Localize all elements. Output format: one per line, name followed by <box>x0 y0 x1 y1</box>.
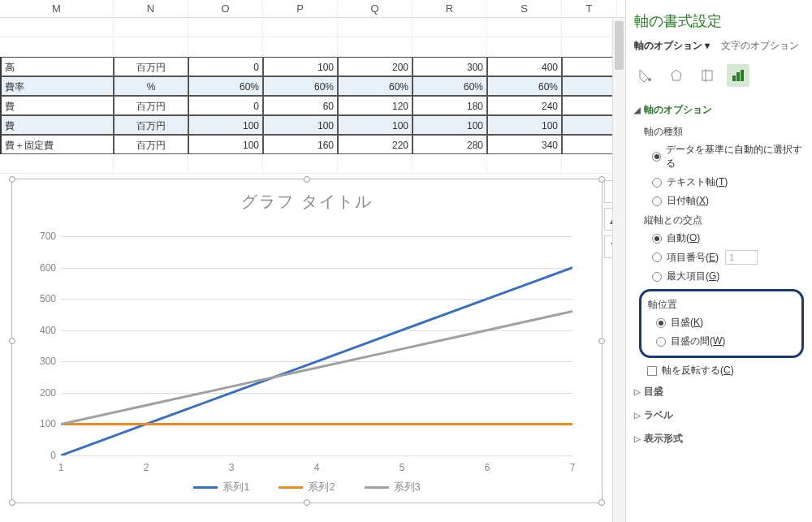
grid-cell[interactable] <box>114 154 188 174</box>
section-labels[interactable]: ▷ラベル <box>634 403 804 427</box>
column-header[interactable]: S <box>487 0 562 17</box>
grid-cell[interactable]: % <box>114 76 188 96</box>
grid-cell[interactable]: 280 <box>412 135 487 154</box>
radio-cross-max[interactable]: 最大項目(G) <box>634 267 804 286</box>
grid-cell[interactable] <box>0 18 114 37</box>
grid-cell[interactable]: 100 <box>188 115 263 135</box>
cross-item-input[interactable] <box>725 250 758 265</box>
radio-between-ticks[interactable]: 目盛の間(W) <box>645 332 798 351</box>
grid-cell[interactable] <box>562 76 617 96</box>
grid-cell[interactable] <box>562 18 617 37</box>
grid-cell[interactable]: 費 <box>0 115 114 135</box>
grid-cell[interactable] <box>412 37 487 57</box>
grid-cell[interactable]: 240 <box>487 96 562 115</box>
chart-handle[interactable] <box>9 176 15 183</box>
chart-handle[interactable] <box>304 499 310 506</box>
grid-cell[interactable] <box>0 154 114 174</box>
grid-cell[interactable]: 120 <box>338 96 412 115</box>
grid-cell[interactable]: 100 <box>338 115 412 135</box>
size-props-icon[interactable] <box>696 64 719 87</box>
grid-cell[interactable] <box>412 154 487 174</box>
chart-handle[interactable] <box>598 499 605 506</box>
grid-cell[interactable] <box>263 154 338 174</box>
grid-body[interactable]: 高百万円0100200300400費率%60%60%60%60%60%費百万円0… <box>0 18 625 174</box>
grid-cell[interactable]: 0 <box>188 57 263 76</box>
column-header[interactable]: R <box>412 0 487 17</box>
grid-cell[interactable] <box>562 96 617 115</box>
fill-line-icon[interactable] <box>634 64 657 87</box>
legend-item[interactable]: 系列2 <box>279 480 335 494</box>
legend-item[interactable]: 系列1 <box>193 480 249 494</box>
grid-cell[interactable] <box>188 154 263 174</box>
axis-options-icon[interactable] <box>727 64 749 87</box>
radio-cross-item[interactable]: 項目番号(E) <box>634 248 804 267</box>
tab-text-options[interactable]: 文字のオプション <box>721 39 799 53</box>
chart-container[interactable]: グラフ タイトル 01002003004005006007001234567 系… <box>11 179 603 503</box>
grid-cell[interactable]: 100 <box>263 115 338 135</box>
grid-cell[interactable] <box>188 37 263 57</box>
section-numfmt[interactable]: ▷表示形式 <box>634 427 804 451</box>
chart-legend[interactable]: 系列1系列2系列3 <box>12 480 602 494</box>
legend-item[interactable]: 系列3 <box>365 480 421 494</box>
grid-cell[interactable]: 60% <box>338 76 412 96</box>
section-axis-options[interactable]: ◢軸のオプション <box>634 98 804 122</box>
grid-cell[interactable] <box>412 18 487 37</box>
radio-auto-type[interactable]: データを基準に自動的に選択する <box>634 140 804 173</box>
grid-cell[interactable]: 100 <box>487 115 562 135</box>
grid-cell[interactable]: 220 <box>338 135 412 154</box>
chart-handle[interactable] <box>9 338 15 344</box>
check-reverse-axis[interactable]: 軸を反転する(C) <box>634 361 804 380</box>
grid-cell[interactable]: 百万円 <box>114 96 188 115</box>
grid-cell[interactable]: 160 <box>263 135 338 154</box>
column-header[interactable]: N <box>114 0 188 17</box>
grid-cell[interactable]: 340 <box>487 135 562 154</box>
grid-cell[interactable]: 高 <box>0 57 114 76</box>
grid-cell[interactable]: 60% <box>487 76 562 96</box>
grid-cell[interactable] <box>562 57 617 76</box>
chart-series-line[interactable] <box>61 268 572 455</box>
grid-cell[interactable]: 180 <box>412 96 487 115</box>
grid-cell[interactable]: 費 <box>0 96 114 115</box>
grid-cell[interactable]: 百万円 <box>114 115 188 135</box>
column-header[interactable]: P <box>263 0 338 17</box>
grid-cell[interactable]: 100 <box>412 115 487 135</box>
scrollbar-thumb[interactable] <box>615 21 624 70</box>
grid-cell[interactable]: 100 <box>263 57 338 76</box>
chart-title[interactable]: グラフ タイトル <box>12 179 602 218</box>
grid-cell[interactable] <box>562 115 617 135</box>
grid-cell[interactable] <box>0 37 114 57</box>
grid-cell[interactable] <box>338 154 412 174</box>
grid-cell[interactable] <box>114 37 188 57</box>
grid-cell[interactable] <box>562 154 617 174</box>
grid-cell[interactable]: 200 <box>338 57 412 76</box>
grid-cell[interactable]: 百万円 <box>114 57 188 76</box>
grid-cell[interactable]: 費＋固定費 <box>0 135 114 154</box>
radio-cross-auto[interactable]: 自動(O) <box>634 229 804 248</box>
grid-cell[interactable]: 100 <box>188 135 263 154</box>
column-header[interactable]: M <box>0 0 114 17</box>
grid-cell[interactable]: 300 <box>412 57 487 76</box>
grid-cell[interactable]: 60 <box>263 96 338 115</box>
grid-cell[interactable] <box>562 135 617 154</box>
chart-plot-area[interactable]: 01002003004005006007001234567 <box>61 236 572 455</box>
column-header[interactable]: Q <box>338 0 412 17</box>
grid-cell[interactable]: 費率 <box>0 76 114 96</box>
grid-cell[interactable] <box>188 18 263 37</box>
grid-cell[interactable]: 400 <box>487 57 562 76</box>
grid-cell[interactable]: 60% <box>412 76 487 96</box>
grid-cell[interactable] <box>114 18 188 37</box>
chart-handle[interactable] <box>9 499 15 506</box>
grid-cell[interactable]: 百万円 <box>114 135 188 154</box>
column-header[interactable]: O <box>188 0 263 17</box>
section-ticks[interactable]: ▷目盛 <box>634 380 804 403</box>
grid-cell[interactable] <box>263 37 338 57</box>
column-header[interactable]: T <box>562 0 617 17</box>
grid-cell[interactable]: 0 <box>188 96 263 115</box>
chart-handle[interactable] <box>304 176 310 183</box>
grid-cell[interactable]: 60% <box>263 76 338 96</box>
radio-on-tick[interactable]: 目盛(K) <box>645 313 798 332</box>
grid-cell[interactable] <box>338 37 412 57</box>
grid-cell[interactable] <box>487 18 562 37</box>
grid-cell[interactable]: 60% <box>188 76 263 96</box>
radio-text-axis[interactable]: テキスト軸(T) <box>634 173 804 192</box>
